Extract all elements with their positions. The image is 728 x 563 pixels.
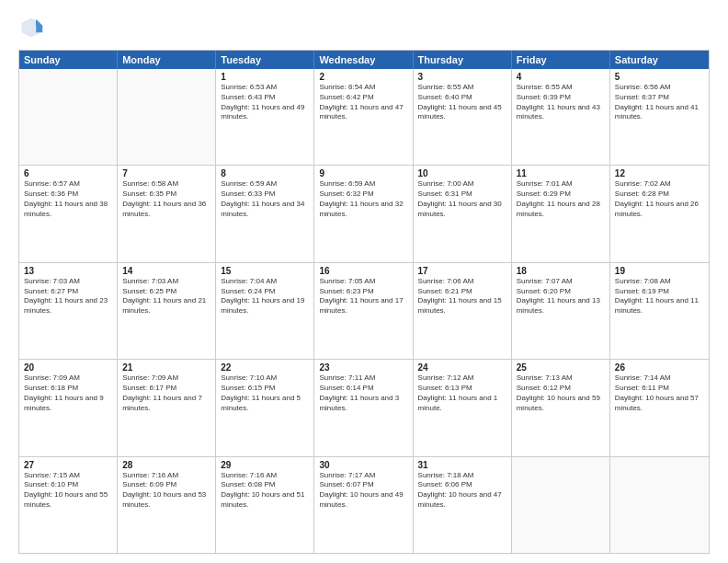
calendar-cell-empty-0-0: [19, 69, 118, 165]
calendar-cell-18: 18Sunrise: 7:07 AM Sunset: 6:20 PM Dayli…: [512, 263, 610, 359]
cell-date-21: 21: [122, 362, 210, 373]
calendar-cell-6: 6Sunrise: 6:57 AM Sunset: 6:36 PM Daylig…: [19, 166, 118, 261]
cell-info-15: Sunrise: 7:04 AM Sunset: 6:24 PM Dayligh…: [221, 277, 309, 316]
calendar-row-3: 20Sunrise: 7:09 AM Sunset: 6:18 PM Dayli…: [19, 360, 709, 456]
cell-date-23: 23: [319, 362, 407, 373]
calendar-header: SundayMondayTuesdayWednesdayThursdayFrid…: [19, 51, 709, 69]
calendar-cell-13: 13Sunrise: 7:03 AM Sunset: 6:27 PM Dayli…: [19, 263, 118, 359]
cell-info-22: Sunrise: 7:10 AM Sunset: 6:15 PM Dayligh…: [221, 373, 309, 413]
cell-date-26: 26: [615, 362, 704, 373]
cell-info-8: Sunrise: 6:59 AM Sunset: 6:33 PM Dayligh…: [221, 179, 309, 219]
cell-info-30: Sunrise: 7:17 AM Sunset: 6:07 PM Dayligh…: [319, 471, 407, 511]
calendar-cell-1: 1Sunrise: 6:53 AM Sunset: 6:43 PM Daylig…: [216, 69, 314, 165]
calendar-cell-22: 22Sunrise: 7:10 AM Sunset: 6:15 PM Dayli…: [216, 360, 314, 455]
cell-date-9: 9: [319, 168, 407, 178]
calendar-cell-26: 26Sunrise: 7:14 AM Sunset: 6:11 PM Dayli…: [610, 360, 709, 455]
cell-info-5: Sunrise: 6:56 AM Sunset: 6:37 PM Dayligh…: [615, 83, 704, 122]
calendar-cell-21: 21Sunrise: 7:09 AM Sunset: 6:17 PM Dayli…: [118, 360, 216, 455]
calendar-cell-17: 17Sunrise: 7:06 AM Sunset: 6:21 PM Dayli…: [414, 263, 512, 359]
cell-info-18: Sunrise: 7:07 AM Sunset: 6:20 PM Dayligh…: [517, 277, 605, 316]
calendar-cell-27: 27Sunrise: 7:15 AM Sunset: 6:10 PM Dayli…: [19, 457, 118, 553]
weekday-header-thursday: Thursday: [414, 51, 512, 69]
svg-marker-2: [36, 19, 42, 32]
cell-date-29: 29: [221, 460, 309, 470]
cell-date-15: 15: [221, 266, 309, 276]
calendar-cell-2: 2Sunrise: 6:54 AM Sunset: 6:42 PM Daylig…: [314, 69, 413, 165]
calendar-cell-9: 9Sunrise: 6:59 AM Sunset: 6:32 PM Daylig…: [314, 166, 413, 261]
calendar: SundayMondayTuesdayWednesdayThursdayFrid…: [18, 50, 710, 554]
calendar-cell-empty-4-5: [512, 457, 610, 553]
calendar-cell-30: 30Sunrise: 7:17 AM Sunset: 6:07 PM Dayli…: [314, 457, 413, 553]
cell-date-25: 25: [517, 362, 605, 373]
cell-date-13: 13: [24, 266, 112, 276]
calendar-row-4: 27Sunrise: 7:15 AM Sunset: 6:10 PM Dayli…: [19, 457, 709, 553]
cell-info-14: Sunrise: 7:03 AM Sunset: 6:25 PM Dayligh…: [122, 277, 210, 316]
cell-info-21: Sunrise: 7:09 AM Sunset: 6:17 PM Dayligh…: [122, 373, 210, 413]
calendar-cell-14: 14Sunrise: 7:03 AM Sunset: 6:25 PM Dayli…: [118, 263, 216, 359]
cell-info-4: Sunrise: 6:55 AM Sunset: 6:39 PM Dayligh…: [517, 83, 605, 122]
calendar-cell-19: 19Sunrise: 7:08 AM Sunset: 6:19 PM Dayli…: [610, 263, 709, 359]
cell-date-31: 31: [418, 460, 506, 470]
cell-date-4: 4: [517, 72, 605, 82]
cell-date-5: 5: [615, 72, 704, 82]
calendar-cell-20: 20Sunrise: 7:09 AM Sunset: 6:18 PM Dayli…: [19, 360, 118, 455]
weekday-header-saturday: Saturday: [610, 51, 709, 69]
cell-date-22: 22: [221, 362, 309, 373]
cell-date-14: 14: [122, 266, 210, 276]
cell-info-1: Sunrise: 6:53 AM Sunset: 6:43 PM Dayligh…: [221, 83, 309, 122]
cell-date-28: 28: [122, 460, 210, 470]
weekday-header-monday: Monday: [118, 51, 216, 69]
calendar-cell-8: 8Sunrise: 6:59 AM Sunset: 6:33 PM Daylig…: [216, 166, 314, 261]
cell-date-7: 7: [122, 168, 210, 178]
cell-info-19: Sunrise: 7:08 AM Sunset: 6:19 PM Dayligh…: [615, 277, 704, 316]
calendar-cell-25: 25Sunrise: 7:13 AM Sunset: 6:12 PM Dayli…: [512, 360, 610, 455]
cell-date-3: 3: [418, 72, 506, 82]
page: SundayMondayTuesdayWednesdayThursdayFrid…: [0, 0, 728, 563]
cell-info-20: Sunrise: 7:09 AM Sunset: 6:18 PM Dayligh…: [24, 373, 112, 413]
cell-date-19: 19: [615, 266, 704, 276]
cell-date-10: 10: [418, 168, 506, 178]
weekday-header-wednesday: Wednesday: [314, 51, 413, 69]
cell-info-28: Sunrise: 7:16 AM Sunset: 6:09 PM Dayligh…: [122, 471, 210, 511]
calendar-cell-16: 16Sunrise: 7:05 AM Sunset: 6:23 PM Dayli…: [314, 263, 413, 359]
cell-info-17: Sunrise: 7:06 AM Sunset: 6:21 PM Dayligh…: [418, 277, 506, 316]
cell-date-18: 18: [517, 266, 605, 276]
calendar-cell-3: 3Sunrise: 6:55 AM Sunset: 6:40 PM Daylig…: [414, 69, 512, 165]
cell-info-26: Sunrise: 7:14 AM Sunset: 6:11 PM Dayligh…: [615, 373, 704, 413]
calendar-row-0: 1Sunrise: 6:53 AM Sunset: 6:43 PM Daylig…: [19, 69, 709, 166]
cell-date-6: 6: [24, 168, 112, 178]
cell-info-6: Sunrise: 6:57 AM Sunset: 6:36 PM Dayligh…: [24, 179, 112, 219]
calendar-cell-12: 12Sunrise: 7:02 AM Sunset: 6:28 PM Dayli…: [610, 166, 709, 261]
calendar-cell-15: 15Sunrise: 7:04 AM Sunset: 6:24 PM Dayli…: [216, 263, 314, 359]
cell-info-25: Sunrise: 7:13 AM Sunset: 6:12 PM Dayligh…: [517, 373, 605, 413]
cell-info-13: Sunrise: 7:03 AM Sunset: 6:27 PM Dayligh…: [24, 277, 112, 316]
calendar-cell-empty-0-1: [118, 69, 216, 165]
cell-date-16: 16: [319, 266, 407, 276]
weekday-header-friday: Friday: [512, 51, 610, 69]
cell-info-9: Sunrise: 6:59 AM Sunset: 6:32 PM Dayligh…: [319, 179, 407, 219]
cell-info-7: Sunrise: 6:58 AM Sunset: 6:35 PM Dayligh…: [122, 179, 210, 219]
cell-date-20: 20: [24, 362, 112, 373]
calendar-cell-23: 23Sunrise: 7:11 AM Sunset: 6:14 PM Dayli…: [314, 360, 413, 455]
calendar-cell-28: 28Sunrise: 7:16 AM Sunset: 6:09 PM Dayli…: [118, 457, 216, 553]
cell-info-11: Sunrise: 7:01 AM Sunset: 6:29 PM Dayligh…: [517, 179, 605, 219]
cell-date-11: 11: [517, 168, 605, 178]
calendar-row-1: 6Sunrise: 6:57 AM Sunset: 6:36 PM Daylig…: [19, 166, 709, 262]
cell-date-2: 2: [319, 72, 407, 82]
cell-info-31: Sunrise: 7:18 AM Sunset: 6:06 PM Dayligh…: [418, 471, 506, 511]
calendar-cell-7: 7Sunrise: 6:58 AM Sunset: 6:35 PM Daylig…: [118, 166, 216, 261]
cell-date-17: 17: [418, 266, 506, 276]
calendar-cell-empty-4-6: [610, 457, 709, 553]
cell-date-12: 12: [615, 168, 704, 178]
cell-date-30: 30: [319, 460, 407, 470]
calendar-cell-24: 24Sunrise: 7:12 AM Sunset: 6:13 PM Dayli…: [414, 360, 512, 455]
cell-info-12: Sunrise: 7:02 AM Sunset: 6:28 PM Dayligh…: [615, 179, 704, 219]
calendar-cell-31: 31Sunrise: 7:18 AM Sunset: 6:06 PM Dayli…: [414, 457, 512, 553]
cell-date-27: 27: [24, 460, 112, 470]
cell-date-8: 8: [221, 168, 309, 178]
cell-date-24: 24: [418, 362, 506, 373]
cell-info-29: Sunrise: 7:16 AM Sunset: 6:08 PM Dayligh…: [221, 471, 309, 511]
calendar-cell-10: 10Sunrise: 7:00 AM Sunset: 6:31 PM Dayli…: [414, 166, 512, 261]
calendar-cell-11: 11Sunrise: 7:01 AM Sunset: 6:29 PM Dayli…: [512, 166, 610, 261]
cell-info-24: Sunrise: 7:12 AM Sunset: 6:13 PM Dayligh…: [418, 373, 506, 413]
